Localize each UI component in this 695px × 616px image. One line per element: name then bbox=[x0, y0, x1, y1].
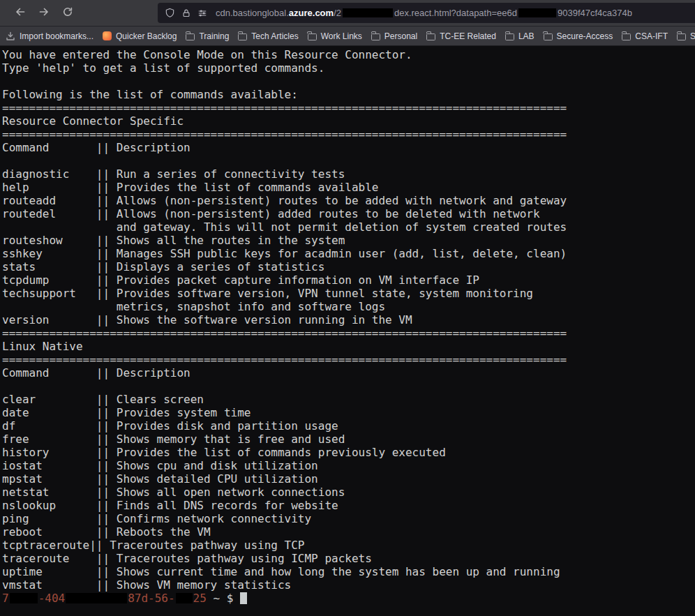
folder-icon bbox=[371, 33, 380, 40]
padlock-icon[interactable] bbox=[181, 8, 191, 18]
url-redaction-box bbox=[518, 8, 556, 17]
bookmark-label: Quicker Backlog bbox=[116, 31, 177, 41]
folder-icon bbox=[622, 33, 631, 40]
prompt-text: 7-40487d-56-25 ~ $ bbox=[2, 592, 240, 605]
browser-window: cdn.bastionglobal.azure.com/2dex.react.h… bbox=[0, 0, 695, 616]
folder-icon bbox=[677, 33, 686, 40]
bookmarks-bar: Import bookmarks...Quicker BacklogTraini… bbox=[0, 27, 695, 46]
bookmark-label: Personal bbox=[384, 31, 417, 41]
prompt-redaction-box bbox=[10, 593, 38, 603]
bookmark-item[interactable]: Secure-Access bbox=[544, 31, 613, 41]
bookmark-label: LAB bbox=[518, 31, 535, 41]
bookmark-item[interactable]: Sec bbox=[677, 31, 695, 41]
prompt-fragment: ~ $ bbox=[207, 592, 240, 605]
import-icon bbox=[6, 31, 15, 41]
folder-icon bbox=[505, 33, 514, 40]
tracking-shield-icon[interactable] bbox=[165, 8, 175, 18]
url-segment: cdn.bastionglobal. bbox=[216, 8, 289, 18]
terminal-prompt: 7-40487d-56-25 ~ $ bbox=[2, 592, 695, 605]
forward-button[interactable] bbox=[32, 3, 56, 24]
bookmark-label: Training bbox=[199, 31, 229, 41]
url-segment: 9039f47cf4ca374b bbox=[558, 8, 632, 18]
bookmark-item[interactable]: Training bbox=[186, 31, 229, 41]
terminal-output: You have entered the Console Mode on thi… bbox=[2, 48, 695, 592]
bookmark-item[interactable]: LAB bbox=[505, 31, 535, 41]
back-button[interactable] bbox=[8, 3, 32, 24]
folder-icon bbox=[186, 33, 195, 40]
prompt-redaction-box bbox=[66, 593, 127, 603]
bookmark-item[interactable]: Tech Articles bbox=[238, 31, 298, 41]
folder-icon bbox=[544, 33, 553, 40]
prompt-redaction-box bbox=[176, 593, 193, 603]
bookmark-item[interactable]: CSA-IFT bbox=[622, 31, 668, 41]
refresh-icon bbox=[62, 6, 73, 20]
bookmark-item[interactable]: Quicker Backlog bbox=[103, 31, 177, 41]
bookmark-label: Sec bbox=[690, 31, 695, 41]
terminal-cursor bbox=[240, 592, 247, 604]
bookmark-label: Secure-Access bbox=[557, 31, 613, 41]
url-bar[interactable]: cdn.bastionglobal.azure.com/2dex.react.h… bbox=[158, 3, 695, 23]
url-segment: azure.com bbox=[289, 8, 334, 18]
folder-icon bbox=[308, 33, 317, 40]
prompt-fragment: 87d-56- bbox=[128, 592, 174, 605]
permissions-sliders-icon[interactable] bbox=[197, 8, 207, 18]
bookmark-label: TC-EE Related bbox=[440, 31, 496, 41]
arrow-left-icon bbox=[15, 6, 26, 20]
bookmark-label: Tech Articles bbox=[251, 31, 298, 41]
bookmark-item[interactable]: Work Links bbox=[308, 31, 362, 41]
reload-button[interactable] bbox=[56, 3, 80, 24]
bookmark-label: Import bookmarks... bbox=[20, 31, 94, 41]
bookmark-item[interactable]: TC-EE Related bbox=[426, 31, 496, 41]
url-segment: dex.react.html?datapath=ee6d bbox=[394, 8, 517, 18]
bookmark-label: Work Links bbox=[321, 31, 362, 41]
terminal-console[interactable]: You have entered the Console Mode on thi… bbox=[0, 46, 695, 616]
prompt-fragment: -404 bbox=[38, 592, 66, 605]
folder-icon bbox=[238, 33, 247, 40]
browser-toolbar: cdn.bastionglobal.azure.com/2dex.react.h… bbox=[0, 0, 695, 27]
url-address-text: cdn.bastionglobal.azure.com/2dex.react.h… bbox=[216, 8, 632, 18]
arrow-right-icon bbox=[38, 6, 50, 20]
url-redaction-box bbox=[343, 8, 393, 17]
site-icon bbox=[103, 31, 112, 40]
prompt-fragment: 25 bbox=[193, 592, 207, 605]
bookmark-item[interactable]: Personal bbox=[371, 31, 417, 41]
folder-icon bbox=[426, 33, 435, 40]
bookmark-label: CSA-IFT bbox=[635, 31, 668, 41]
bookmark-item[interactable]: Import bookmarks... bbox=[6, 31, 94, 41]
prompt-fragment: 7 bbox=[2, 592, 9, 605]
url-segment: /2 bbox=[334, 8, 341, 18]
